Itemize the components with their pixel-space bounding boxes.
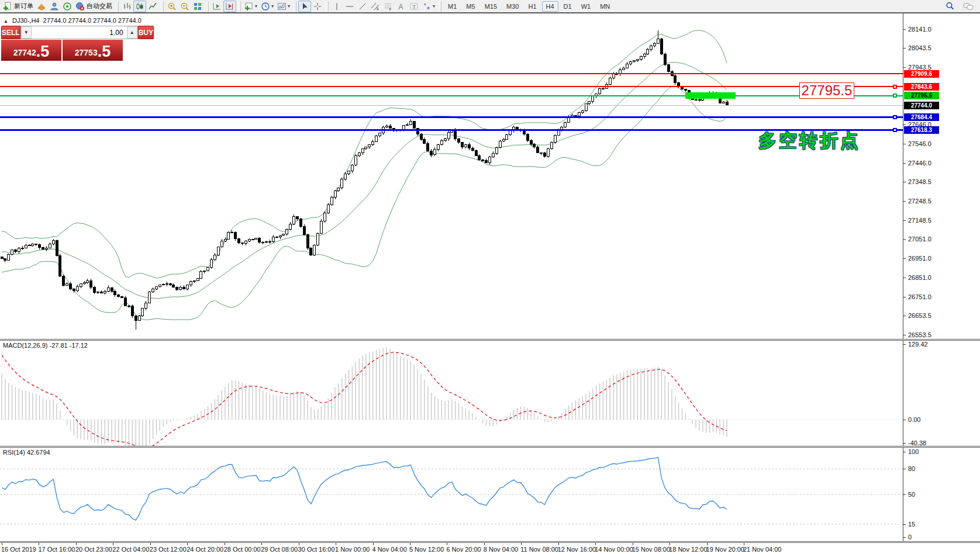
time-axis-tick [76, 543, 77, 545]
time-axis-tick [373, 543, 374, 545]
axis-tick [903, 316, 906, 316]
time-axis-tick [261, 543, 262, 545]
dropdown-caret-icon: ▾ [288, 4, 290, 9]
horizontal-level-line-27684.4[interactable] [0, 116, 903, 118]
axis-tick [903, 494, 906, 495]
level-anchor-handle[interactable] [893, 85, 897, 89]
chart-shift-button[interactable] [223, 1, 236, 12]
timeframe-m30[interactable]: M30 [502, 1, 523, 12]
timeframe-w1[interactable]: W1 [577, 1, 595, 12]
level-anchor-handle[interactable] [893, 94, 897, 98]
signals-button[interactable] [61, 1, 74, 12]
rsi-indicator-pane[interactable] [0, 448, 903, 541]
horizontal-line-tool-button[interactable] [343, 1, 356, 12]
tile-windows-button[interactable] [191, 1, 204, 12]
auto-trading-button[interactable]: 自动交易 [74, 1, 114, 12]
candlestick-mode-button[interactable] [133, 1, 146, 12]
time-axis-label: 21 Nov 04:00 [743, 546, 781, 553]
price-tag-27909.6: 27909.6 [904, 70, 939, 78]
search-button[interactable] [943, 1, 957, 12]
volume-stepper: ▼ ▲ [20, 26, 138, 39]
timeframe-h4[interactable]: H4 [542, 1, 558, 12]
horizontal-level-line-27744.0[interactable] [0, 105, 903, 106]
zoom-out-button[interactable] [178, 1, 191, 12]
navigator-button[interactable] [48, 1, 61, 12]
candles [1, 30, 728, 330]
time-axis-label: 4 Nov 04:00 [372, 546, 407, 553]
volume-input[interactable] [32, 26, 127, 39]
collapse-triangle-icon: ▲ [4, 19, 8, 24]
new-order-button[interactable]: 新订单 [1, 1, 35, 12]
sell-button[interactable]: SELL [1, 26, 20, 39]
timeframe-m1[interactable]: M1 [444, 1, 461, 12]
volume-decrease-button[interactable]: ▼ [21, 26, 32, 39]
pane-separator[interactable] [0, 446, 980, 448]
templates-button[interactable]: ▾ [275, 1, 292, 12]
highlight-bar[interactable] [685, 92, 736, 99]
timeframe-mn[interactable]: MN [596, 1, 614, 12]
new-order-label: 新订单 [14, 2, 33, 11]
horizontal-level-line-27909.6[interactable] [0, 73, 903, 74]
sell-price-main: 27742 [13, 46, 36, 60]
horizontal-level-line-27843.6[interactable] [0, 86, 903, 87]
trading-terminal-window: 新订单 自动交易 [0, 0, 980, 554]
price-tag-27618.3: 27618.3 [904, 126, 939, 134]
timeframe-m15[interactable]: M15 [481, 1, 501, 12]
crosshair-tool-button[interactable] [311, 1, 324, 12]
chat-button[interactable] [961, 1, 975, 12]
time-axis[interactable]: 16 Oct 201917 Oct 16:0020 Oct 23:0022 Oc… [0, 543, 980, 554]
periods-button[interactable]: ▾ [259, 1, 275, 12]
price-tick-label: 28141.0 [908, 26, 931, 33]
market-watch-button[interactable] [35, 1, 48, 12]
time-axis-label: 20 Oct 23:00 [75, 546, 112, 553]
timeframe-m5[interactable]: M5 [462, 1, 479, 12]
timeframe-h1[interactable]: H1 [524, 1, 540, 12]
buy-button[interactable]: BUY [138, 26, 154, 39]
horizontal-level-line-27795.5[interactable] [0, 95, 903, 96]
zoom-in-button[interactable] [165, 1, 178, 12]
auto-trading-label: 自动交易 [87, 2, 112, 11]
new-chart-button[interactable]: ▾ [243, 1, 259, 12]
pane-separator[interactable] [0, 339, 980, 341]
macd-indicator-pane[interactable] [0, 341, 903, 446]
level-anchor-handle[interactable] [893, 128, 897, 132]
macd-scale-label: 0.00 [908, 416, 920, 423]
time-axis-label: 1 Nov 00:00 [335, 546, 370, 553]
time-axis-tick [521, 543, 522, 545]
line-chart-mode-button[interactable] [146, 1, 159, 12]
zoom-out-icon [180, 2, 189, 11]
main-price-chart[interactable] [0, 13, 903, 339]
auto-scroll-icon [212, 2, 222, 11]
channel-tool-button[interactable]: E [369, 1, 382, 12]
trendline-tool-button[interactable] [356, 1, 369, 12]
ohlc-values: 27744.0 27744.0 27744.0 27744.0 [43, 17, 142, 24]
price-tick-label: 27446.0 [908, 160, 931, 167]
time-axis-label: 11 Nov 08:00 [520, 546, 558, 553]
bar-chart-mode-button[interactable] [120, 1, 133, 12]
vertical-line-icon [332, 2, 341, 11]
horizontal-line-icon [345, 2, 354, 11]
axis-tick [903, 29, 906, 30]
vertical-line-tool-button[interactable] [330, 1, 343, 12]
level-anchor-handle[interactable] [893, 115, 897, 119]
label-tool-button[interactable]: T [408, 1, 420, 12]
sell-price-pips: .5 [36, 44, 50, 60]
sell-price-display[interactable]: 27742.5 [1, 40, 61, 61]
timeframe-d1[interactable]: D1 [560, 1, 576, 12]
arrows-tool-button[interactable]: ▾ [420, 1, 437, 12]
volume-increase-button[interactable]: ▲ [127, 26, 137, 39]
time-axis-label: 16 Oct 2019 [1, 546, 36, 553]
svg-text:T: T [413, 4, 416, 9]
fibonacci-tool-button[interactable]: F [382, 1, 395, 12]
rsi-scale-label: 0 [908, 534, 912, 541]
one-click-trading-panel: SELL ▼ ▲ BUY 27742.5 27753.5 [1, 26, 123, 61]
cursor-tool-button[interactable] [298, 1, 311, 12]
cursor-icon [300, 2, 309, 11]
time-axis-tick [707, 543, 708, 545]
auto-scroll-button[interactable] [211, 1, 223, 12]
axis-tick [903, 124, 906, 125]
text-tool-button[interactable]: A [395, 1, 408, 12]
buy-price-display[interactable]: 27753.5 [63, 40, 123, 61]
time-axis-label: 23 Oct 12:00 [150, 546, 187, 553]
time-axis-tick [225, 543, 225, 545]
